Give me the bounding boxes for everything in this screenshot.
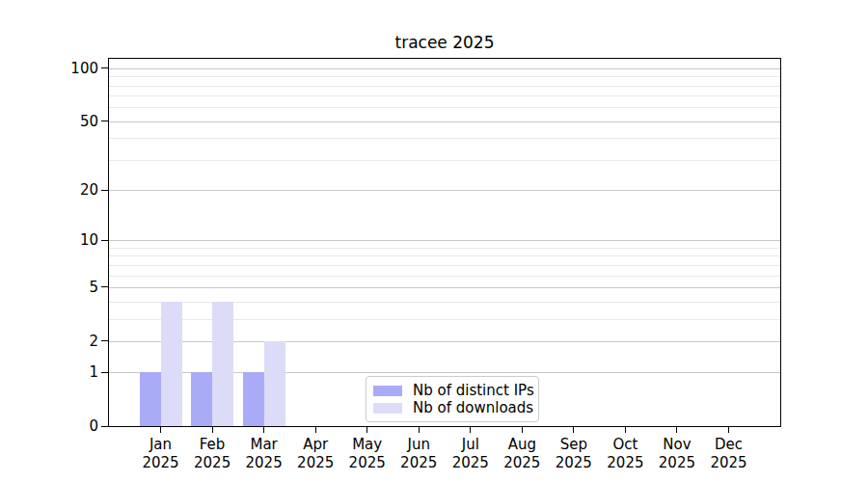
y-tick <box>101 286 108 287</box>
x-tick <box>263 427 264 433</box>
bar-layer <box>109 59 780 426</box>
x-tick-year: 2025 <box>132 454 190 472</box>
x-tick <box>625 427 626 433</box>
y-tick-label: 2 <box>37 333 98 350</box>
x-tick-month: Mar <box>235 436 293 454</box>
bar-distinct-ips <box>191 372 212 426</box>
x-tick <box>212 427 213 433</box>
y-tick <box>101 340 108 341</box>
plot-area <box>108 58 781 427</box>
x-tick-year: 2025 <box>493 454 551 472</box>
x-tick-year: 2025 <box>648 454 706 472</box>
x-tick-month: Sep <box>545 436 603 454</box>
legend: Nb of distinct IPs Nb of downloads <box>366 376 539 422</box>
x-tick <box>419 427 420 433</box>
x-tick <box>470 427 471 433</box>
x-tick-month: Nov <box>648 436 706 454</box>
y-tick <box>101 426 108 427</box>
bar-distinct-ips <box>243 372 264 426</box>
x-tick <box>728 427 729 433</box>
x-tick-label: Sep2025 <box>545 436 603 472</box>
legend-swatch-distinct-ips <box>373 386 402 396</box>
x-tick <box>315 427 316 433</box>
x-tick <box>573 427 574 433</box>
legend-label-downloads: Nb of downloads <box>413 400 533 416</box>
legend-label-distinct-ips: Nb of distinct IPs <box>413 383 534 399</box>
legend-item-downloads: Nb of downloads <box>373 400 529 416</box>
x-tick <box>676 427 677 433</box>
figure: tracee 2025 0125102050100 Jan2025Feb2025… <box>0 0 868 482</box>
x-tick-month: Jun <box>390 436 448 454</box>
x-tick-year: 2025 <box>235 454 293 472</box>
y-tick-label: 10 <box>37 231 98 249</box>
x-tick-year: 2025 <box>596 454 654 472</box>
x-tick-month: May <box>339 436 396 454</box>
x-tick-label: Jun2025 <box>390 436 448 472</box>
x-tick-month: Aug <box>493 436 551 454</box>
y-tick-label: 1 <box>37 363 98 381</box>
bar-downloads <box>264 341 285 426</box>
y-tick <box>101 120 108 121</box>
x-tick-year: 2025 <box>183 454 241 472</box>
y-tick <box>101 67 108 68</box>
bar-downloads <box>212 302 233 427</box>
x-tick-month: Oct <box>596 436 654 454</box>
y-tick <box>101 190 108 191</box>
x-tick-month: Jan <box>132 436 190 454</box>
x-tick-label: May2025 <box>339 436 396 472</box>
x-tick-month: Jul <box>442 436 500 454</box>
x-tick <box>160 427 161 433</box>
bar-downloads <box>161 302 182 427</box>
x-tick-year: 2025 <box>390 454 448 472</box>
x-tick-label: Apr2025 <box>286 436 344 472</box>
legend-item-distinct-ips: Nb of distinct IPs <box>373 383 529 399</box>
x-tick-year: 2025 <box>442 454 500 472</box>
x-tick-label: Mar2025 <box>235 436 293 472</box>
x-tick-year: 2025 <box>700 454 758 472</box>
y-tick <box>101 372 108 373</box>
x-tick-label: Oct2025 <box>596 436 654 472</box>
y-tick-label: 20 <box>37 181 98 199</box>
y-tick-label: 0 <box>37 417 98 435</box>
x-tick-label: Jul2025 <box>442 436 500 472</box>
y-tick-label: 100 <box>37 60 98 77</box>
y-tick <box>101 240 108 241</box>
y-tick-label: 50 <box>37 113 98 130</box>
x-tick <box>366 427 367 433</box>
x-tick <box>522 427 523 433</box>
legend-swatch-downloads <box>373 403 402 414</box>
x-tick-label: Feb2025 <box>183 436 241 472</box>
x-tick-label: Aug2025 <box>493 436 551 472</box>
y-tick-label: 5 <box>37 279 98 296</box>
x-tick-label: Jan2025 <box>132 436 190 472</box>
x-tick-month: Dec <box>700 436 758 454</box>
x-tick-month: Apr <box>286 436 344 454</box>
chart-title: tracee 2025 <box>108 33 781 52</box>
x-tick-year: 2025 <box>339 454 396 472</box>
x-tick-month: Feb <box>183 436 241 454</box>
x-tick-year: 2025 <box>286 454 344 472</box>
x-tick-label: Nov2025 <box>648 436 706 472</box>
x-tick-label: Dec2025 <box>700 436 758 472</box>
bar-distinct-ips <box>140 372 161 426</box>
x-tick-year: 2025 <box>545 454 603 472</box>
